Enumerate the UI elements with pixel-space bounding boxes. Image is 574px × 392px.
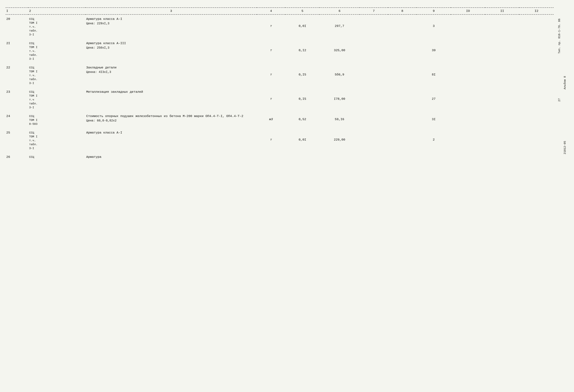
row-number: 24: [6, 112, 28, 127]
row-col6: 325,00: [319, 39, 359, 62]
row-col7: [360, 88, 388, 110]
row-col6: 5б6,9: [319, 63, 359, 86]
spacer-row: [6, 127, 554, 128]
row-description: Арматура класса А-IЦена: 229хI,3: [85, 15, 257, 38]
spacer-row: [6, 62, 554, 63]
row-col11: [485, 39, 519, 62]
row-number: 22: [6, 63, 28, 86]
row-col8: [388, 153, 417, 160]
row-col10: [451, 128, 485, 151]
row-col7: [360, 39, 388, 62]
row-col8: [388, 15, 417, 38]
row-col10: [451, 112, 485, 127]
row-description: Стоимость опорных подушек железобетонных…: [85, 112, 257, 127]
row-unit: т: [257, 39, 285, 62]
row-col5: 0,I2: [285, 39, 320, 62]
header-col7: 7: [360, 8, 388, 15]
row-reference: ССЦТОМ Iт.ч.табл.3-I: [28, 128, 85, 151]
row-col6: 59,I6: [319, 112, 359, 127]
header-col8: 8: [388, 8, 417, 15]
row-col11: [485, 63, 519, 86]
row-reference: ССЦ: [28, 153, 85, 160]
row-col12: [519, 153, 554, 160]
header-col1: I: [6, 8, 28, 15]
row-col8: [388, 63, 417, 86]
row-col7: [360, 63, 388, 86]
row-reference: ССЦТОМ I8-503: [28, 112, 85, 127]
row-col8: [388, 39, 417, 62]
row-col5: 0,I5: [285, 88, 320, 110]
row-unit: т: [257, 63, 285, 86]
row-number: 25: [6, 128, 28, 151]
header-col12: I2: [519, 8, 554, 15]
row-col9: 27: [416, 88, 451, 110]
table-row: 23ССЦТОМ Iт.чтабл.3-IМеталлизация заклад…: [6, 88, 554, 110]
spacer-row: [6, 86, 554, 88]
side-label-tippr: Тип. пр. 816-1-76. 86: [558, 19, 561, 54]
row-col11: [485, 153, 519, 160]
table-row: 22ССЦТОМ Iт.ч.табл.3-IЗакладные деталиЦе…: [6, 63, 554, 86]
table-row: 20ССЦТОМ Iт.ч.табл.3-IАрматура класса А-…: [6, 15, 554, 38]
table-row: 2IССЦТОМ Iт.ч.табл.3-IАрматура класса А-…: [6, 39, 554, 62]
row-col12: [519, 128, 554, 151]
column-header-row: I 2 3 4 5 6 7 8 9 IO II I2: [6, 8, 554, 15]
row-col9: 3: [416, 15, 451, 38]
row-col6: [319, 153, 359, 160]
row-col11: [485, 112, 519, 127]
header-col10: IO: [451, 8, 485, 15]
spacer-row: [6, 151, 554, 153]
row-col5: [285, 153, 320, 160]
row-number: 26: [6, 153, 28, 160]
table-row: 24ССЦТОМ I8-503Стоимость опорных подушек…: [6, 112, 554, 127]
table-row: 26ССЦАрматура: [6, 153, 554, 160]
header-col5: 5: [285, 8, 320, 15]
row-unit: т: [257, 15, 285, 38]
row-col6: I78,00: [319, 88, 359, 110]
main-table: I 2 3 4 5 6 7 8 9 IO II I2 20ССЦТОМ Iт.ч…: [6, 7, 554, 160]
header-col3: 3: [85, 8, 257, 15]
row-number: 20: [6, 15, 28, 38]
row-reference: ССЦТОМ Iт.чтабл.3-I: [28, 88, 85, 110]
row-col9: 8I: [416, 63, 451, 86]
row-col9: 2: [416, 128, 451, 151]
row-unit: [257, 153, 285, 160]
spacer-row: [6, 110, 554, 112]
row-col10: [451, 39, 485, 62]
row-col9: 39: [416, 39, 451, 62]
row-reference: ССЦТОМ Iт.ч.табл.3-I: [28, 63, 85, 86]
side-label-27: 27: [558, 98, 561, 102]
row-col7: [360, 15, 388, 38]
row-col11: [485, 88, 519, 110]
row-col9: 3I: [416, 112, 451, 127]
header-col9: 9: [416, 8, 451, 15]
row-description: Арматура класса А-I: [85, 128, 257, 151]
row-col5: 0,0I: [285, 15, 320, 38]
header-col2: 2: [28, 8, 85, 15]
row-col7: [360, 112, 388, 127]
row-col8: [388, 128, 417, 151]
row-col6: 297,7: [319, 15, 359, 38]
row-description: Арматура: [85, 153, 257, 160]
row-col5: 0,52: [285, 112, 320, 127]
row-col12: [519, 112, 554, 127]
table-row: 25ССЦТОМ Iт.ч.табл.3-IАрматура класса А-…: [6, 128, 554, 151]
row-col12: [519, 15, 554, 38]
row-col11: [485, 15, 519, 38]
row-description: Арматура класса А-IIIЦена: 250хI,3: [85, 39, 257, 62]
row-col7: [360, 128, 388, 151]
row-col10: [451, 63, 485, 86]
row-col5: 0,0I: [285, 128, 320, 151]
row-col10: [451, 153, 485, 160]
row-col12: [519, 63, 554, 86]
row-col12: [519, 88, 554, 110]
spacer-row: [6, 38, 554, 39]
row-col11: [485, 128, 519, 151]
row-col5: 0,I5: [285, 63, 320, 86]
row-reference: ССЦТОМ Iт.ч.табл.3-I: [28, 15, 85, 38]
row-number: 2I: [6, 39, 28, 62]
row-reference: ССЦТОМ Iт.ч.табл.3-I: [28, 39, 85, 62]
row-unit: т: [257, 128, 285, 151]
header-col4: 4: [257, 8, 285, 15]
header-col11: II: [485, 8, 519, 15]
row-description: Закладные деталиЦенна: 4I3хI,3: [85, 63, 257, 86]
